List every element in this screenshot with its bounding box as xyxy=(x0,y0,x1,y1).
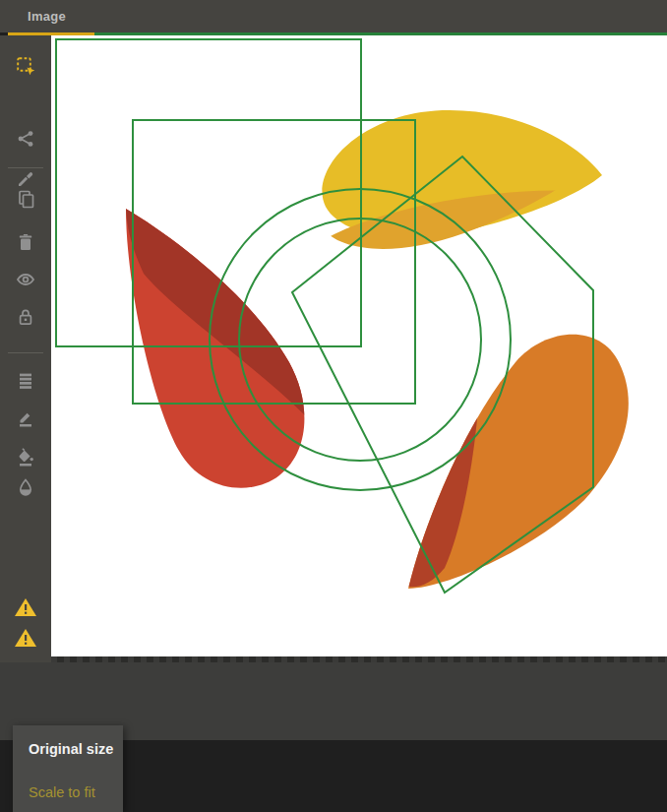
warning-icon xyxy=(14,596,37,618)
delete-tool[interactable] xyxy=(16,232,35,252)
pencil-underline-icon xyxy=(16,407,35,427)
layers-icon xyxy=(16,371,35,391)
fill-color-tool[interactable] xyxy=(16,447,35,467)
border-color-tool[interactable] xyxy=(16,407,35,427)
warning-icon xyxy=(14,627,37,649)
header-bar: Image xyxy=(0,0,667,32)
lock-icon xyxy=(16,307,35,327)
toolbar-sidebar xyxy=(0,35,51,662)
annotation-layer xyxy=(51,35,667,656)
size-context-menu: Original size Scale to fit xyxy=(13,725,123,812)
copy-icon xyxy=(16,189,35,209)
lock-tool[interactable] xyxy=(16,307,35,327)
share-nodes-icon xyxy=(16,129,35,149)
toolbar-divider xyxy=(8,352,43,353)
duplicate-tool[interactable] xyxy=(16,189,35,209)
eyedropper-icon xyxy=(16,167,35,187)
trash-icon xyxy=(16,232,35,252)
color-picker-tool[interactable] xyxy=(16,167,35,187)
droplet-icon xyxy=(16,477,35,497)
annotation-app: Image xyxy=(0,0,667,812)
polygon-tool[interactable] xyxy=(16,129,35,149)
warning-indicator-2[interactable] xyxy=(14,627,37,649)
menu-item-scale-to-fit[interactable]: Scale to fit xyxy=(13,771,123,812)
layers-tool[interactable] xyxy=(16,371,35,391)
opacity-tool[interactable] xyxy=(16,477,35,497)
warning-indicator-1[interactable] xyxy=(14,596,37,618)
visibility-tool[interactable] xyxy=(16,270,35,289)
marquee-select-icon xyxy=(16,56,35,76)
bucket-underline-icon xyxy=(16,447,35,467)
image-canvas[interactable] xyxy=(51,35,667,656)
toolbar-divider xyxy=(8,167,43,168)
tab-image[interactable]: Image xyxy=(0,0,93,32)
marquee-select-tool[interactable] xyxy=(16,56,35,76)
menu-item-original-size[interactable]: Original size xyxy=(13,727,123,771)
eye-icon xyxy=(16,270,35,289)
